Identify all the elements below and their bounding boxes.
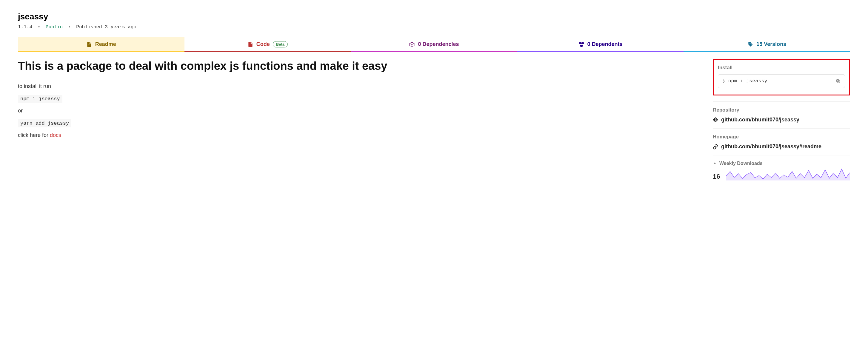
downloads-count: 16 (713, 173, 720, 181)
downloads-label: Weekly Downloads (719, 161, 763, 166)
tags-icon (747, 41, 753, 47)
link-icon (713, 144, 718, 150)
tabs-bar: Readme Code Beta 0 Dependencies 0 Depend… (18, 37, 850, 52)
package-visibility: Public (46, 25, 63, 30)
package-header: jseassy 1.1.4 • Public • Published 3 yea… (18, 12, 850, 30)
package-meta: 1.1.4 • Public • Published 3 years ago (18, 25, 850, 30)
or-text: or (18, 108, 701, 114)
git-icon (713, 117, 718, 123)
tab-dependents[interactable]: 0 Dependents (517, 37, 684, 52)
readme-title: This is a package to deal with complex j… (18, 59, 701, 77)
tab-dependencies-label: 0 Dependencies (418, 41, 459, 47)
tab-versions-label: 15 Versions (756, 41, 786, 47)
homepage-link[interactable]: github.com/bhumit070/jseassy#readme (721, 144, 822, 150)
boxes-icon (579, 41, 584, 47)
file-icon (86, 41, 92, 47)
tab-dependents-label: 0 Dependents (587, 41, 623, 47)
beta-badge: Beta (273, 41, 288, 47)
package-version: 1.1.4 (18, 25, 32, 30)
tab-readme[interactable]: Readme (18, 37, 184, 52)
downloads-section: Weekly Downloads 16 (713, 155, 850, 186)
published-label: Published (76, 25, 102, 30)
homepage-label: Homepage (713, 134, 850, 140)
repository-section: Repository github.com/bhumit070/jseassy (713, 101, 850, 128)
package-name: jseassy (18, 12, 850, 22)
repository-link[interactable]: github.com/bhumit070/jseassy (721, 117, 799, 123)
install-intro-text: to install it run (18, 83, 701, 90)
box-icon (409, 41, 415, 47)
tab-dependencies[interactable]: 0 Dependencies (351, 37, 517, 52)
install-panel-highlighted: Install ❯ npm i jseassy (713, 59, 850, 95)
sidebar: Install ❯ npm i jseassy Repository githu… (713, 59, 850, 186)
docs-link[interactable]: docs (50, 132, 61, 138)
install-command-text: npm i jseassy (728, 78, 833, 84)
published-time: 3 years ago (105, 25, 136, 30)
install-label: Install (718, 65, 845, 71)
downloads-sparkline (726, 167, 850, 181)
meta-separator: • (38, 25, 40, 30)
tab-versions[interactable]: 15 Versions (684, 37, 850, 52)
docs-line: click here for docs (18, 132, 701, 138)
meta-separator: • (68, 25, 71, 30)
tab-readme-label: Readme (95, 41, 116, 47)
install-command-yarn: yarn add jseassy (18, 119, 71, 127)
chevron-right-icon: ❯ (722, 78, 725, 84)
download-icon (713, 161, 717, 165)
install-command-npm: npm i jseassy (18, 95, 62, 103)
tab-code[interactable]: Code Beta (184, 37, 351, 52)
homepage-section: Homepage github.com/bhumit070/jseassy#re… (713, 128, 850, 155)
install-command-box[interactable]: ❯ npm i jseassy (718, 74, 845, 88)
tab-code-label: Code (256, 41, 270, 47)
repository-label: Repository (713, 107, 850, 113)
copy-icon[interactable] (836, 79, 841, 84)
code-file-icon (247, 41, 253, 47)
readme-content: This is a package to deal with complex j… (18, 59, 701, 186)
docs-prefix: click here for (18, 132, 50, 138)
